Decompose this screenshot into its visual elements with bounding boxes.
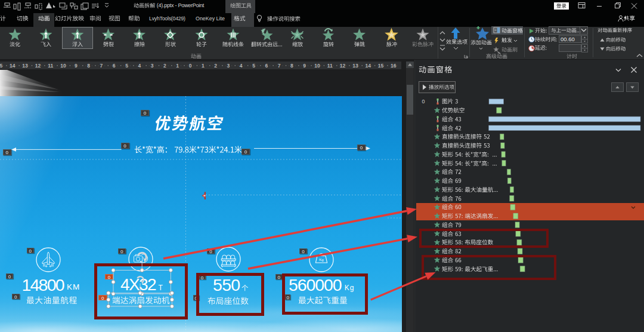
svg-text:12: 12 — [35, 63, 41, 69]
svg-text:6: 6 — [265, 63, 268, 69]
svg-text:4: 4 — [240, 63, 243, 69]
svg-text:12: 12 — [340, 63, 346, 69]
svg-text:5: 5 — [125, 63, 128, 69]
svg-text:13: 13 — [22, 63, 28, 69]
svg-text:5: 5 — [252, 63, 255, 69]
svg-text:9: 9 — [75, 63, 78, 69]
svg-text:Kg: Kg — [319, 258, 323, 262]
svg-text:2: 2 — [163, 63, 166, 69]
svg-text:15: 15 — [0, 63, 2, 69]
svg-text:6: 6 — [113, 63, 116, 69]
svg-text:8: 8 — [87, 63, 90, 69]
svg-text:7: 7 — [278, 63, 281, 69]
svg-text:1: 1 — [202, 63, 205, 69]
svg-text:9: 9 — [303, 63, 306, 69]
svg-text:1: 1 — [176, 63, 179, 69]
svg-text:3: 3 — [151, 63, 154, 69]
svg-text:11: 11 — [327, 63, 333, 69]
svg-text:4: 4 — [138, 63, 141, 69]
svg-text:7: 7 — [100, 63, 103, 69]
svg-text:14: 14 — [365, 63, 371, 69]
svg-text:13: 13 — [352, 63, 358, 69]
svg-text:2: 2 — [214, 63, 217, 69]
svg-text:15: 15 — [378, 63, 384, 69]
svg-text:14: 14 — [10, 63, 16, 69]
svg-text:10: 10 — [314, 63, 320, 69]
svg-text:10: 10 — [60, 63, 66, 69]
svg-text:11: 11 — [48, 63, 53, 69]
svg-text:0: 0 — [189, 63, 192, 69]
svg-text:8: 8 — [290, 63, 293, 69]
svg-text:3: 3 — [227, 63, 230, 69]
svg-text:16: 16 — [391, 63, 397, 69]
